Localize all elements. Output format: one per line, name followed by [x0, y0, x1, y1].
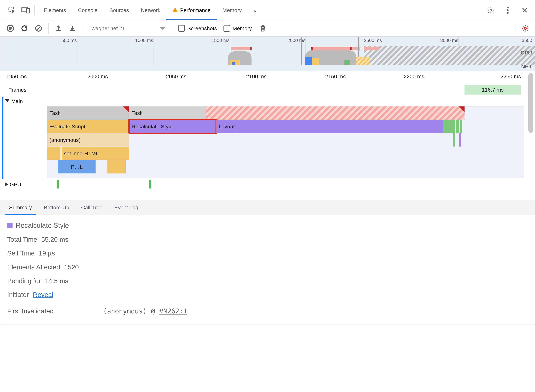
gpu-activity-b[interactable] [149, 180, 151, 188]
gpu-label: GPU [10, 181, 21, 188]
flame-evaluate-script[interactable]: Evaluate Script [47, 120, 129, 133]
selection-indicator [2, 97, 4, 179]
save-profile-icon[interactable] [67, 24, 78, 33]
gpu-track[interactable]: GPU [0, 178, 535, 191]
summary-row: Total Time 55.20 ms [7, 236, 528, 243]
overview-ruler: 500 ms 1000 ms 1500 ms 2000 ms 2500 ms 3… [0, 37, 535, 46]
collect-garbage-icon[interactable] [257, 24, 268, 33]
main-track-label[interactable]: Main [0, 96, 535, 106]
tab-performance[interactable]: Performance [166, 0, 217, 20]
summary-row-initiator: Initiator Reveal [7, 291, 528, 299]
flame-set-innerhtml[interactable]: set innerHTML [62, 147, 129, 160]
tab-performance-label: Performance [180, 7, 211, 14]
svg-point-7 [507, 9, 509, 11]
flame-mark-a[interactable] [453, 133, 455, 147]
tab-console[interactable]: Console [72, 0, 103, 20]
separator [172, 23, 172, 34]
frame-duration-value: 116.7 ms [482, 87, 504, 93]
panel-tabs: Elements Console Sources Network Perform… [38, 0, 263, 20]
summary-row: Pending for 14.5 ms [7, 277, 528, 285]
recording-selector[interactable]: jlwagner.net #1 [86, 24, 168, 33]
vertical-scrollbar[interactable] [528, 73, 533, 133]
svg-point-10 [9, 27, 12, 30]
screenshots-checkbox[interactable]: Screenshots [176, 25, 219, 32]
svg-point-5 [490, 9, 492, 11]
kebab-menu-icon[interactable] [501, 5, 515, 15]
record-button-icon[interactable] [5, 24, 16, 33]
tab-elements[interactable]: Elements [38, 0, 72, 20]
device-toggle-icon[interactable] [19, 5, 33, 15]
flame-small-a[interactable] [47, 147, 61, 160]
svg-rect-3 [175, 9, 175, 10]
ruler-tick: 3000 ms [440, 37, 458, 43]
settings-icon[interactable] [484, 5, 498, 15]
flame-recalculate-style[interactable]: Recalculate Style [129, 120, 216, 133]
devtools-tabstrip: Elements Console Sources Network Perform… [0, 0, 535, 20]
summary-row: Elements Affected 1520 [7, 263, 528, 271]
close-devtools-icon[interactable] [518, 5, 531, 15]
gpu-activity-a[interactable] [57, 180, 59, 188]
flame-composite-b[interactable] [460, 120, 462, 133]
first-invalidated-label: First Invalidated [7, 307, 54, 315]
overview-timeline[interactable]: 500 ms 1000 ms 1500 ms 2000 ms 2500 ms 3… [0, 37, 535, 71]
flame-parse[interactable]: P…L [58, 160, 95, 173]
main-track[interactable]: Task Task Evaluate Script Recalculate St… [0, 107, 535, 178]
flame-small-b[interactable] [107, 160, 126, 173]
stack-location-link[interactable]: VM262:1 [160, 307, 187, 315]
subtab-summary[interactable]: Summary [3, 200, 38, 215]
checkbox-icon [178, 25, 185, 32]
separator [82, 23, 82, 34]
overview-net-label: NET [521, 63, 532, 70]
inspect-element-icon[interactable] [5, 5, 19, 15]
svg-point-8 [507, 12, 509, 14]
tab-network[interactable]: Network [135, 0, 166, 20]
frames-label: Frames [9, 87, 27, 93]
memory-checkbox[interactable]: Memory [222, 25, 254, 32]
flame-composite-a[interactable] [456, 120, 459, 133]
separator [34, 5, 35, 15]
summary-value: 19 µs [39, 249, 55, 257]
ruler-tick: 1950 ms [6, 73, 27, 80]
flame-mark-b[interactable] [459, 133, 461, 147]
svg-rect-2 [26, 9, 30, 13]
reload-record-icon[interactable] [19, 24, 30, 33]
category-swatch [7, 223, 13, 228]
subtab-bottom-up[interactable]: Bottom-Up [38, 200, 75, 215]
initiator-reveal-link[interactable]: Reveal [33, 291, 53, 299]
flame-task-long[interactable]: Task [129, 107, 465, 120]
stack-at: @ [151, 307, 155, 315]
performance-toolbar: jlwagner.net #1 Screenshots Memory [0, 20, 535, 37]
flame-chart[interactable]: 1950 ms 2000 ms 2050 ms 2100 ms 2150 ms … [0, 71, 535, 200]
ruler-tick: 2150 ms [325, 73, 346, 80]
summary-row: Self Time 19 µs [7, 249, 528, 257]
summary-key: Initiator [7, 291, 29, 299]
subtab-call-tree[interactable]: Call Tree [75, 200, 108, 215]
flame-paint[interactable] [444, 120, 455, 133]
summary-key: Total Time [7, 236, 37, 243]
tab-memory[interactable]: Memory [217, 0, 248, 20]
tabs-overflow[interactable]: » [248, 0, 263, 20]
tab-sources[interactable]: Sources [103, 0, 135, 20]
long-task-marker-icon [123, 107, 129, 112]
load-profile-icon[interactable] [53, 24, 64, 33]
long-task-marker-icon [459, 107, 465, 112]
flame-task[interactable]: Task [47, 107, 129, 120]
frame-duration-badge[interactable]: 116.7 ms [465, 85, 521, 94]
clear-icon[interactable] [33, 24, 44, 33]
separator [516, 23, 516, 34]
summary-title-text: Recalculate Style [16, 221, 69, 230]
stack-function: (anonymous) [103, 307, 147, 315]
summary-key: Self Time [7, 249, 35, 257]
flame-layout[interactable]: Layout [216, 120, 444, 133]
flame-anonymous[interactable]: (anonymous) [47, 133, 129, 147]
ruler-tick: 500 ms [61, 37, 77, 43]
chevron-down-icon [160, 25, 165, 32]
ruler-tick: 2050 ms [166, 73, 186, 80]
main-label-text: Main [11, 98, 23, 104]
subtab-event-log[interactable]: Event Log [108, 200, 144, 215]
details-subtabs: Summary Bottom-Up Call Tree Event Log [0, 200, 535, 215]
frames-row: Frames 116.7 ms [0, 84, 535, 96]
capture-settings-icon[interactable] [520, 24, 531, 33]
svg-point-12 [524, 27, 526, 29]
detail-ruler: 1950 ms 2000 ms 2050 ms 2100 ms 2150 ms … [0, 71, 535, 84]
